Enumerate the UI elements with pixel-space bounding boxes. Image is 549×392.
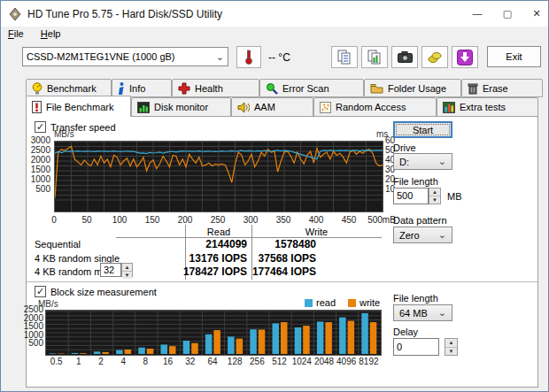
file-length-spinner[interactable]: 500 ▲▼ xyxy=(393,188,441,204)
download-button[interactable] xyxy=(452,46,478,68)
chevron-down-icon: ⌄ xyxy=(438,156,446,167)
legend-read: read xyxy=(305,297,336,308)
queue-depth-updown[interactable]: ▲▼ xyxy=(121,263,133,277)
app-logo-icon xyxy=(9,8,21,20)
drive-select-value: D: xyxy=(399,157,409,167)
tab-disk-monitor[interactable]: Disk monitor xyxy=(131,97,231,117)
axis-tick: 350 xyxy=(267,216,299,225)
tab-erase[interactable]: Erase xyxy=(461,79,543,97)
close-button[interactable]: ✕ xyxy=(522,1,549,26)
tab-error-scan[interactable]: Error Scan xyxy=(259,79,364,97)
drive-select[interactable]: D: ⌄ xyxy=(393,153,452,170)
axis-tick: 450 xyxy=(333,216,365,225)
start-button-label: Start xyxy=(396,124,450,135)
spin-up-icon[interactable]: ▲ xyxy=(429,188,440,196)
block-file-length-value: 64 MB xyxy=(399,308,428,319)
legend-write-swatch xyxy=(348,299,356,307)
copy-image-icon xyxy=(367,50,382,65)
drive-combobox[interactable]: CSSD-M2M1TEG1VNE (1000 gB) ⌄ xyxy=(22,47,228,66)
tab-info[interactable]: Info xyxy=(112,79,172,97)
maximize-button[interactable]: ▢ xyxy=(493,1,522,26)
camera-icon xyxy=(398,51,413,63)
axis-tick: 200 xyxy=(169,216,201,225)
section-divider xyxy=(27,281,537,282)
tab-health[interactable]: Health xyxy=(172,79,259,97)
menu-bar: File Help xyxy=(1,27,548,43)
tab-random-access[interactable]: Random Access xyxy=(313,97,437,117)
random-access-icon xyxy=(320,102,331,113)
spin-down-icon[interactable]: ▼ xyxy=(429,196,440,204)
block-file-length-select[interactable]: 64 MB ⌄ xyxy=(393,304,452,321)
chevron-down-icon: ⌄ xyxy=(438,229,446,241)
spin-down-icon[interactable]: ▼ xyxy=(122,272,132,279)
spin-down-icon[interactable]: ▼ xyxy=(445,348,457,356)
sequential-write-value: 1578480 xyxy=(245,238,316,250)
random-single-read-value: 13176 IOPS xyxy=(176,252,247,265)
donate-button[interactable] xyxy=(421,46,448,68)
axis-tick: 3000 xyxy=(27,136,50,145)
drive-label: Drive xyxy=(393,142,416,153)
thermometer-icon xyxy=(244,50,253,65)
screenshot-button[interactable] xyxy=(391,46,418,68)
file-length-value[interactable]: 500 xyxy=(393,188,429,204)
delay-label: Delay xyxy=(393,327,418,337)
download-arrow-icon xyxy=(457,50,473,65)
axis-tick: 500 xyxy=(20,339,43,348)
legend-write-label: write xyxy=(360,297,380,308)
axis-tick: 1000 xyxy=(27,175,50,184)
spin-up-icon[interactable]: ▲ xyxy=(445,339,457,348)
tab-aam[interactable]: AAM xyxy=(231,97,313,117)
data-pattern-label: Data pattern xyxy=(393,215,447,226)
read-column-header: Read xyxy=(185,227,252,237)
tab-label: Erase xyxy=(483,83,508,94)
delay-input[interactable]: 0 xyxy=(393,338,439,356)
info-icon xyxy=(118,82,125,95)
axis-tick: 0 xyxy=(38,216,70,225)
tab-extra-tests[interactable]: Extra tests xyxy=(437,97,538,117)
block-size-checkbox[interactable]: ✓ xyxy=(35,286,46,297)
drive-combobox-value: CSSD-M2M1TEG1VNE (1000 gB) xyxy=(27,51,175,62)
file-benchmark-icon xyxy=(32,101,42,113)
delay-updown[interactable]: ▲▼ xyxy=(445,338,458,356)
axis-tick: 300 xyxy=(235,216,267,225)
file-length-unit: MB xyxy=(447,191,462,202)
queue-depth-spinner[interactable]: 32 ▲▼ xyxy=(100,263,133,277)
menu-help[interactable]: Help xyxy=(34,27,68,41)
health-cross-icon xyxy=(178,82,190,95)
line-chart-y-axis-label: MB/s xyxy=(54,129,74,139)
menu-file[interactable]: File xyxy=(1,27,31,41)
tab-folder-usage[interactable]: Folder Usage xyxy=(364,79,461,97)
block-size-chart xyxy=(45,310,382,356)
tab-benchmark[interactable]: Benchmark xyxy=(26,79,112,97)
file-length-label: File length xyxy=(393,176,438,187)
tab-label: Info xyxy=(129,83,145,94)
data-pattern-select[interactable]: Zero ⌄ xyxy=(393,227,452,243)
file-length-updown[interactable]: ▲▼ xyxy=(429,188,441,204)
start-button[interactable]: Start xyxy=(393,121,452,138)
copy-text-icon xyxy=(337,50,352,65)
copy-text-button[interactable] xyxy=(331,46,358,68)
copy-image-button[interactable] xyxy=(361,46,388,68)
queue-depth-value[interactable]: 32 xyxy=(100,263,121,277)
temperature-button[interactable] xyxy=(236,46,261,68)
spin-up-icon[interactable]: ▲ xyxy=(122,264,132,272)
tab-label: Extra tests xyxy=(460,102,506,112)
data-pattern-value: Zero xyxy=(399,230,420,241)
trash-icon xyxy=(468,82,478,95)
temperature-readout: -- °C xyxy=(268,51,290,64)
legend-read-label: read xyxy=(316,297,336,308)
bar-chart-x-ticks: 0.512481632641282565121024204840968192 xyxy=(45,357,380,368)
speaker-icon xyxy=(237,102,250,113)
benchmark-gauge-icon xyxy=(32,82,43,95)
random-single-write-value: 37568 IOPS xyxy=(245,252,316,265)
chevron-down-icon: ⌄ xyxy=(438,307,446,319)
exit-button[interactable]: Exit xyxy=(487,46,541,67)
tab-label: Random Access xyxy=(336,102,406,112)
axis-tick: 100 xyxy=(104,216,135,225)
axis-tick: 400 xyxy=(300,216,332,225)
minimize-button[interactable]: — xyxy=(463,1,491,26)
transfer-speed-checkbox[interactable]: ✓ xyxy=(35,121,46,133)
tab-label: Benchmark xyxy=(47,83,97,94)
tab-file-benchmark[interactable]: File Benchmark xyxy=(26,96,131,117)
transfer-speed-plot xyxy=(55,142,383,211)
